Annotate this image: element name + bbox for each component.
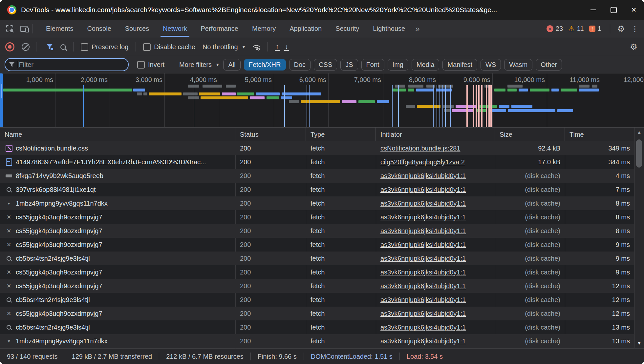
- initiator-link[interactable]: as3vk6nnjupk6jksi4ubjd0y1:1: [380, 227, 466, 235]
- maximize-button[interactable]: [603, 0, 624, 20]
- inspect-element-button[interactable]: [5, 24, 14, 34]
- request-row[interactable]: csNotification.bundle.css200fetchcsNotif…: [0, 141, 634, 155]
- initiator-link[interactable]: as3vk6nnjupk6jksi4ubjd0y1:1: [380, 282, 466, 290]
- filter-toggle-button[interactable]: [40, 44, 53, 50]
- network-overview-waterfall[interactable]: 1,000 ms2,000 ms3,000 ms4,000 ms5,000 ms…: [0, 73, 644, 128]
- export-har-button[interactable]: ↓: [284, 43, 289, 51]
- column-header-initiator[interactable]: Initiator: [376, 128, 495, 141]
- filter-pill-img[interactable]: Img: [388, 59, 408, 71]
- initiator-link[interactable]: as3vk6nnjupk6jksi4ubjd0y1:1: [380, 200, 466, 207]
- tab-application[interactable]: Application: [283, 20, 329, 38]
- tab-elements[interactable]: Elements: [39, 20, 80, 38]
- request-row[interactable]: cb5bsr4tsn2r4sjg9e3ls4tjl200fetchas3vk6n…: [0, 252, 634, 265]
- preserve-log-checkbox[interactable]: [81, 43, 88, 51]
- tab-console[interactable]: Console: [80, 20, 118, 38]
- request-size: 17.0 kB: [538, 158, 560, 166]
- initiator-link[interactable]: cilg520lfge8yaqbqg5ly1zva:2: [380, 158, 465, 166]
- scroll-up-icon[interactable]: ▲: [634, 130, 644, 135]
- request-type-magnifier-icon: [5, 187, 13, 192]
- waterfall-bar: [579, 89, 599, 91]
- import-har-button[interactable]: ↑: [275, 43, 280, 51]
- column-header-name[interactable]: Name: [0, 128, 235, 141]
- close-button[interactable]: ✕: [624, 0, 644, 20]
- status-bar-item: Load: 3.54 s: [400, 353, 450, 360]
- clear-network-log-button[interactable]: [22, 43, 30, 51]
- initiator-link[interactable]: as3vk6nnjupk6jksi4ubjd0y1:1: [380, 296, 466, 304]
- more-filters-dropdown[interactable]: More filters ▾: [179, 61, 219, 69]
- filter-pill-js[interactable]: JS: [340, 59, 358, 71]
- filter-pill-media[interactable]: Media: [412, 59, 439, 71]
- tab-lighthouse[interactable]: Lighthouse: [366, 20, 412, 38]
- request-row[interactable]: ✕cs55jggk4p3uqh9ozxdmpvjg7200fetchas3vk6…: [0, 224, 634, 238]
- filter-pill-fetch-xhr[interactable]: Fetch/XHR: [244, 59, 286, 71]
- scrollbar-thumb[interactable]: [636, 139, 642, 168]
- initiator-link[interactable]: as3vk6nnjupk6jksi4ubjd0y1:1: [380, 255, 466, 262]
- search-button[interactable]: [60, 44, 66, 50]
- vertical-scrollbar[interactable]: ▲ ▼: [634, 128, 644, 348]
- request-initiator-cell: as3vk6nnjupk6jksi4ubjd0y1:1: [376, 334, 495, 348]
- waterfall-bar: [237, 92, 254, 95]
- filter-pill-css[interactable]: CSS: [314, 59, 337, 71]
- device-toolbar-button[interactable]: [19, 24, 29, 34]
- filter-pill-manifest[interactable]: Manifest: [442, 59, 477, 71]
- more-tabs-button[interactable]: »: [412, 24, 423, 33]
- request-row[interactable]: ✕cs55jggk4p3uqh9ozxdmpvjg7200fetchas3vk6…: [0, 279, 634, 293]
- tab-performance[interactable]: Performance: [194, 20, 246, 38]
- filter-pill-other[interactable]: Other: [536, 59, 562, 71]
- request-row[interactable]: 4149786397?refId=7F1JYh28EX0ehzRhJFcrmA%…: [0, 155, 634, 169]
- filter-input[interactable]: Filter: [5, 58, 129, 71]
- initiator-link[interactable]: as3vk6nnjupk6jksi4ubjd0y1:1: [380, 241, 466, 249]
- event-line-load: [194, 85, 194, 127]
- column-header-status[interactable]: Status: [235, 128, 306, 141]
- filter-pill-doc[interactable]: Doc: [289, 59, 311, 71]
- column-header-time[interactable]: Time: [565, 128, 634, 141]
- disable-cache-checkbox[interactable]: [143, 43, 151, 51]
- initiator-link[interactable]: as3vk6nnjupk6jksi4ubjd0y1:1: [380, 213, 466, 221]
- filter-pill-wasm[interactable]: Wasm: [504, 59, 532, 71]
- network-conditions-button[interactable]: [252, 43, 261, 51]
- request-row[interactable]: cb5bsr4tsn2r4sjg9e3ls4tjl200fetchas3vk6n…: [0, 293, 634, 307]
- request-row[interactable]: ▾1mbz49mpng9yvv8gqs11n7dkx200fetchas3vk6…: [0, 334, 634, 348]
- initiator-link[interactable]: as3vk6nnjupk6jksi4ubjd0y1:1: [380, 269, 466, 276]
- kebab-menu-button[interactable]: ⋮: [629, 25, 644, 33]
- request-row[interactable]: cb5bsr4tsn2r4sjg9e3ls4tjl200fetchas3vk6n…: [0, 320, 634, 334]
- tab-sources[interactable]: Sources: [118, 20, 156, 38]
- initiator-link[interactable]: as3vk6nnjupk6jksi4ubjd0y1:1: [380, 337, 466, 345]
- initiator-link[interactable]: csNotification.bundle.js:281: [380, 145, 460, 152]
- column-header-type[interactable]: Type: [306, 128, 376, 141]
- request-row[interactable]: ✕cs55jggk4p3uqh9ozxdmpvjg7200fetchas3vk6…: [0, 238, 634, 252]
- initiator-link[interactable]: as3vk6nnjupk6jksi4ubjd0y1:1: [380, 172, 466, 180]
- request-row[interactable]: 8fkga714vy9b2wk5auqo5reeb200fetchas3vk6n…: [0, 169, 634, 183]
- request-status-cell: 200: [235, 210, 306, 224]
- record-network-log-button[interactable]: [5, 42, 14, 51]
- filter-pill-all[interactable]: All: [223, 59, 240, 71]
- window-titlebar[interactable]: DevTools - www.linkedin.com/jobs/search?…: [0, 0, 644, 20]
- tab-network[interactable]: Network: [156, 20, 194, 38]
- invert-checkbox[interactable]: [137, 61, 145, 69]
- request-size-cell: (disk cache): [495, 238, 565, 252]
- tab-security[interactable]: Security: [329, 20, 366, 38]
- initiator-link[interactable]: as3vk6nnjupk6jksi4ubjd0y1:1: [380, 186, 466, 193]
- filter-pill-ws[interactable]: WS: [481, 59, 501, 71]
- initiator-link[interactable]: as3vk6nnjupk6jksi4ubjd0y1:1: [380, 310, 466, 317]
- minimize-button[interactable]: [583, 0, 603, 20]
- waterfall-bar: [579, 85, 590, 88]
- network-settings-gear-button[interactable]: ⚙: [626, 43, 641, 51]
- overview-left-grip[interactable]: [0, 73, 3, 127]
- column-header-size[interactable]: Size: [495, 128, 565, 141]
- issues-badge[interactable]: ! 1: [589, 25, 601, 32]
- request-row[interactable]: ▾1mbz49mpng9yvv8gqs11n7dkx200fetchas3vk6…: [0, 196, 634, 210]
- warnings-badge[interactable]: ⚠ 11: [568, 25, 584, 32]
- errors-badge[interactable]: ✕ 23: [547, 25, 563, 32]
- tab-memory[interactable]: Memory: [245, 20, 283, 38]
- request-type: fetch: [311, 310, 325, 317]
- settings-gear-button[interactable]: ⚙: [613, 25, 629, 33]
- request-row[interactable]: ✕cs55jggk4p3uqh9ozxdmpvjg7200fetchas3vk6…: [0, 307, 634, 320]
- request-row[interactable]: ✕cs55jggk4p3uqh9ozxdmpvjg7200fetchas3vk6…: [0, 210, 634, 224]
- request-row[interactable]: ✕cs55jggk4p3uqh9ozxdmpvjg7200fetchas3vk6…: [0, 265, 634, 279]
- request-row[interactable]: 397vrsk6op88l4981ji1xe1qt200fetchas3vk6n…: [0, 183, 634, 196]
- throttling-dropdown[interactable]: No throttling ▾: [203, 43, 245, 51]
- scroll-down-icon[interactable]: ▼: [634, 340, 644, 346]
- filter-pill-font[interactable]: Font: [361, 59, 384, 71]
- initiator-link[interactable]: as3vk6nnjupk6jksi4ubjd0y1:1: [380, 324, 466, 331]
